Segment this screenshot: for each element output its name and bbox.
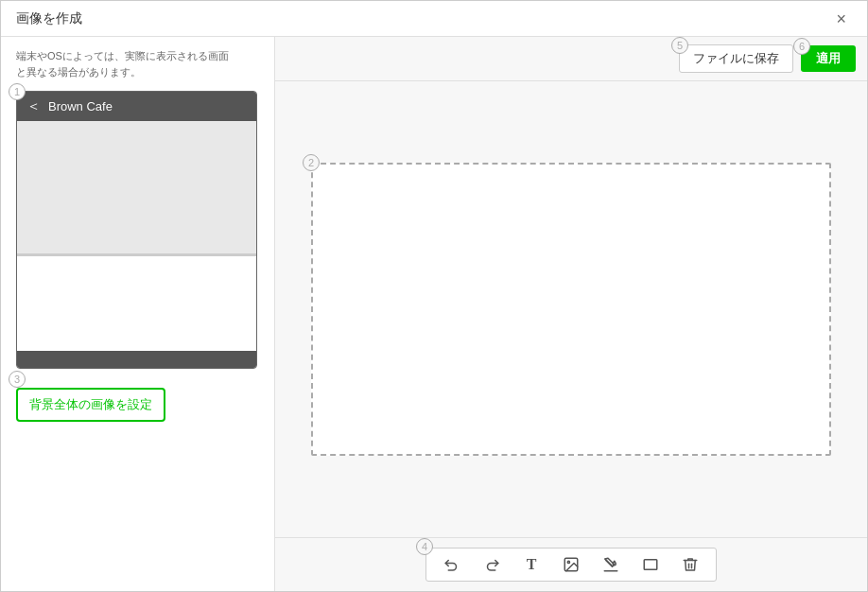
phone-footer: [17, 351, 256, 368]
set-bg-button[interactable]: 背景全体の画像を設定: [16, 388, 165, 422]
phone-title: Brown Cafe: [48, 99, 113, 113]
svg-point-1: [567, 561, 569, 563]
canvas-area: 2: [275, 81, 867, 537]
dialog-body: 端末やOSによっては、実際に表示される画面と異なる場合があります。 1 ＜ Br…: [1, 37, 867, 591]
phone-back-arrow: ＜: [26, 97, 41, 115]
step-2-badge: 2: [303, 154, 320, 171]
undo-icon[interactable]: [442, 554, 462, 575]
step-4-badge: 4: [416, 538, 433, 555]
step-6-badge: 6: [793, 38, 810, 55]
phone-header: ＜ Brown Cafe: [17, 92, 256, 121]
apply-wrapper: 6 適用: [801, 45, 856, 72]
canvas-dashed[interactable]: [311, 163, 831, 456]
toolbar: T: [425, 548, 717, 582]
phone-content-upper: [17, 121, 256, 253]
warning-text: 端末やOSによっては、実際に表示される画面と異なる場合があります。: [16, 48, 259, 79]
step-5-badge: 5: [671, 37, 688, 54]
rect-icon[interactable]: [640, 554, 661, 575]
right-panel: 5 ファイルに保存 6 適用 2 4: [275, 37, 867, 591]
left-panel: 端末やOSによっては、実際に表示される画面と異なる場合があります。 1 ＜ Br…: [1, 37, 275, 591]
trash-icon[interactable]: [680, 554, 701, 575]
set-bg-wrapper: 3 背景全体の画像を設定: [16, 378, 259, 422]
image-icon[interactable]: [561, 554, 582, 575]
phone-content-lower: [17, 256, 256, 351]
toolbar-num-wrapper: 4: [425, 548, 717, 582]
save-file-wrapper: 5 ファイルに保存: [679, 44, 793, 73]
svg-rect-3: [644, 560, 657, 570]
phone-mockup: ＜ Brown Cafe: [16, 91, 257, 369]
redo-icon[interactable]: [481, 554, 502, 575]
step-3-badge: 3: [9, 371, 26, 388]
close-button[interactable]: ×: [830, 9, 852, 29]
right-top-bar: 5 ファイルに保存 6 適用: [275, 37, 867, 81]
text-icon[interactable]: T: [521, 554, 542, 575]
dialog: 画像を作成 × 端末やOSによっては、実際に表示される画面と異なる場合があります…: [0, 0, 868, 592]
right-bottom-bar: 4: [275, 537, 867, 591]
paint-icon[interactable]: [600, 554, 621, 575]
canvas-num-wrapper: 2: [311, 163, 831, 456]
step-1-badge: 1: [9, 83, 26, 100]
phone-preview-wrapper: 1 ＜ Brown Cafe: [16, 91, 259, 369]
dialog-title: 画像を作成: [16, 10, 82, 27]
save-file-button[interactable]: ファイルに保存: [679, 44, 793, 73]
dialog-header: 画像を作成 ×: [1, 1, 867, 37]
